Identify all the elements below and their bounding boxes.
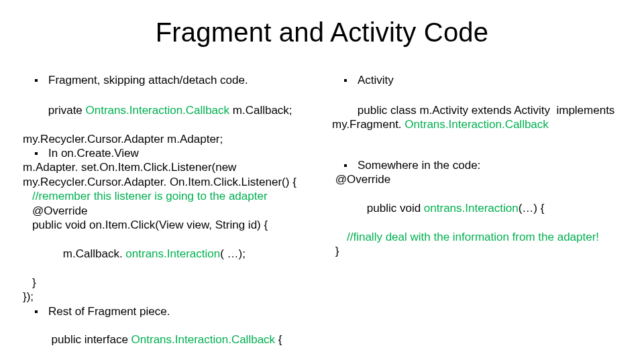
text: m.Callback [63, 247, 119, 260]
bullet-text: Activity [358, 73, 394, 87]
bullet-icon [35, 152, 38, 155]
text: (…) { [519, 202, 545, 215]
bullet-item: Activity [332, 73, 621, 87]
text: { [278, 333, 282, 346]
text: public void [367, 202, 424, 215]
code-comment: //remember this listener is going to the… [23, 189, 312, 203]
text-green: Ontrans.Interaction.Callback [131, 333, 278, 346]
code-line: @Override [332, 172, 621, 186]
bullet-icon [35, 79, 38, 82]
bullet-item: Somewhere in the code: [332, 158, 621, 172]
text: ; [289, 104, 292, 117]
code-line: my.Recycler.Cursor.Adapter m.Adapter; [23, 132, 312, 146]
code-line: public interface Ontrans.Interaction.Cal… [23, 318, 312, 361]
bullet-item: Fragment, skipping attach/detach code. [23, 73, 312, 87]
bullet-text: Rest of Fragment piece. [48, 304, 170, 318]
bullet-icon [344, 164, 347, 167]
code-line: @Override [23, 204, 312, 218]
code-line: } [23, 276, 312, 290]
code-line: m.Adapter. set.On.Item.Click.Listener(ne… [23, 160, 312, 189]
text: ( …); [220, 247, 246, 260]
slide-body: Fragment, skipping attach/detach code. p… [0, 48, 644, 362]
bullet-text: Somewhere in the code: [358, 158, 480, 172]
code-line: private Ontrans.Interaction.Callback m.C… [23, 88, 312, 131]
code-line: }); [23, 290, 312, 304]
code-line: } [332, 244, 621, 258]
text: public interface [48, 333, 131, 346]
code-comment: //finally deal with the information from… [332, 230, 621, 244]
text-green: ontrans.Interaction [125, 247, 220, 260]
bullet-icon [35, 310, 38, 313]
bullet-item: Rest of Fragment piece. [23, 304, 312, 318]
text-green: Ontrans.Interaction.Callback [405, 118, 549, 131]
text: private [48, 104, 86, 117]
left-column: Fragment, skipping attach/detach code. p… [23, 73, 312, 362]
slide: Fragment and Activity Code Fragment, ski… [0, 0, 644, 362]
code-line: public void ontrans.Interaction(…) { [332, 187, 621, 230]
code-line: m.Callback. ontrans.Interaction( …); [23, 232, 312, 275]
bullet-item: In on.Create.View [23, 146, 312, 160]
bullet-text: In on.Create.View [48, 146, 139, 160]
text-green: Ontrans.Interaction.Callback [86, 104, 233, 117]
right-column: Activity public class m.Activity extends… [332, 73, 621, 362]
text: . [119, 247, 125, 260]
text: m.Callback [233, 104, 289, 117]
slide-title: Fragment and Activity Code [0, 0, 644, 48]
code-line: public void on.Item.Click(View view, Str… [23, 218, 312, 232]
text-green: ontrans.Interaction [424, 202, 519, 215]
code-line: public class m.Activity extends Activity… [332, 88, 621, 146]
bullet-icon [344, 79, 347, 82]
bullet-text: Fragment, skipping attach/detach code. [48, 73, 248, 87]
